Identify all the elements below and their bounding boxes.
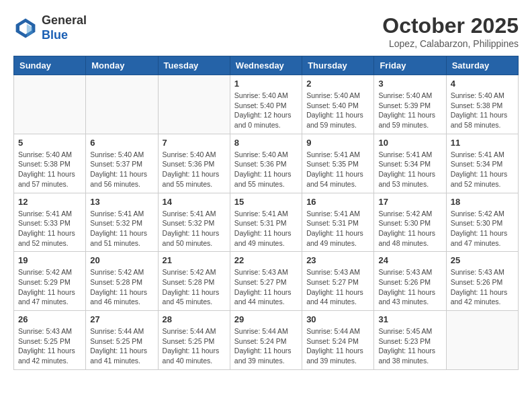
calendar-cell <box>14 75 86 134</box>
day-number: 5 <box>18 138 81 148</box>
day-info: Sunrise: 5:45 AM Sunset: 5:23 PM Dayligh… <box>378 326 441 366</box>
day-number: 14 <box>163 197 226 207</box>
calendar-cell: 5Sunrise: 5:40 AM Sunset: 5:38 PM Daylig… <box>14 134 86 193</box>
week-row-2: 5Sunrise: 5:40 AM Sunset: 5:38 PM Daylig… <box>14 134 519 193</box>
day-number: 11 <box>451 138 514 148</box>
day-info: Sunrise: 5:41 AM Sunset: 5:31 PM Dayligh… <box>234 209 298 248</box>
day-info: Sunrise: 5:41 AM Sunset: 5:34 PM Dayligh… <box>378 150 441 189</box>
weekday-header-friday: Friday <box>374 56 446 75</box>
day-info: Sunrise: 5:42 AM Sunset: 5:30 PM Dayligh… <box>378 209 441 248</box>
weekday-header-saturday: Saturday <box>446 56 518 75</box>
day-number: 18 <box>451 197 514 207</box>
calendar-cell: 4Sunrise: 5:40 AM Sunset: 5:38 PM Daylig… <box>446 75 518 134</box>
week-row-3: 12Sunrise: 5:41 AM Sunset: 5:33 PM Dayli… <box>14 193 519 252</box>
day-info: Sunrise: 5:40 AM Sunset: 5:37 PM Dayligh… <box>90 150 153 189</box>
day-number: 27 <box>90 314 153 324</box>
day-number: 30 <box>306 314 369 324</box>
calendar-cell: 3Sunrise: 5:40 AM Sunset: 5:39 PM Daylig… <box>374 75 446 134</box>
calendar-cell: 17Sunrise: 5:42 AM Sunset: 5:30 PM Dayli… <box>374 193 446 252</box>
day-number: 17 <box>378 197 441 207</box>
weekday-header-row: SundayMondayTuesdayWednesdayThursdayFrid… <box>14 56 519 75</box>
calendar-cell: 23Sunrise: 5:43 AM Sunset: 5:27 PM Dayli… <box>302 252 374 311</box>
day-info: Sunrise: 5:43 AM Sunset: 5:27 PM Dayligh… <box>306 267 369 307</box>
weekday-header-sunday: Sunday <box>14 56 86 75</box>
day-info: Sunrise: 5:41 AM Sunset: 5:35 PM Dayligh… <box>306 150 369 189</box>
calendar-cell: 31Sunrise: 5:45 AM Sunset: 5:23 PM Dayli… <box>374 311 446 370</box>
day-info: Sunrise: 5:44 AM Sunset: 5:24 PM Dayligh… <box>234 326 298 366</box>
day-number: 2 <box>306 79 369 89</box>
weekday-header-tuesday: Tuesday <box>158 56 230 75</box>
calendar-cell: 6Sunrise: 5:40 AM Sunset: 5:37 PM Daylig… <box>86 134 158 193</box>
day-number: 13 <box>90 197 153 207</box>
calendar-table: SundayMondayTuesdayWednesdayThursdayFrid… <box>13 56 519 370</box>
calendar-cell: 21Sunrise: 5:42 AM Sunset: 5:28 PM Dayli… <box>158 252 230 311</box>
day-info: Sunrise: 5:41 AM Sunset: 5:32 PM Dayligh… <box>90 209 153 248</box>
day-info: Sunrise: 5:40 AM Sunset: 5:40 PM Dayligh… <box>306 91 369 130</box>
calendar-cell: 28Sunrise: 5:44 AM Sunset: 5:25 PM Dayli… <box>158 311 230 370</box>
day-info: Sunrise: 5:44 AM Sunset: 5:25 PM Dayligh… <box>163 326 226 366</box>
logo: General Blue <box>13 13 87 42</box>
day-number: 4 <box>451 79 514 89</box>
day-number: 31 <box>378 314 441 324</box>
day-number: 8 <box>234 138 298 148</box>
calendar-cell: 27Sunrise: 5:44 AM Sunset: 5:25 PM Dayli… <box>86 311 158 370</box>
day-number: 1 <box>234 79 298 89</box>
logo-general: General <box>42 13 87 27</box>
day-info: Sunrise: 5:43 AM Sunset: 5:27 PM Dayligh… <box>234 267 298 307</box>
week-row-5: 26Sunrise: 5:43 AM Sunset: 5:25 PM Dayli… <box>14 311 519 370</box>
day-info: Sunrise: 5:43 AM Sunset: 5:26 PM Dayligh… <box>378 267 441 307</box>
day-info: Sunrise: 5:44 AM Sunset: 5:24 PM Dayligh… <box>306 326 369 366</box>
calendar-cell: 20Sunrise: 5:42 AM Sunset: 5:28 PM Dayli… <box>86 252 158 311</box>
weekday-header-wednesday: Wednesday <box>230 56 302 75</box>
day-number: 29 <box>234 314 298 324</box>
title-block: October 2025 Lopez, Calabarzon, Philippi… <box>382 13 519 49</box>
week-row-4: 19Sunrise: 5:42 AM Sunset: 5:29 PM Dayli… <box>14 252 519 311</box>
day-info: Sunrise: 5:42 AM Sunset: 5:28 PM Dayligh… <box>163 267 226 307</box>
calendar-cell: 14Sunrise: 5:41 AM Sunset: 5:32 PM Dayli… <box>158 193 230 252</box>
day-info: Sunrise: 5:42 AM Sunset: 5:28 PM Dayligh… <box>90 267 153 307</box>
day-number: 12 <box>18 197 81 207</box>
day-info: Sunrise: 5:41 AM Sunset: 5:31 PM Dayligh… <box>306 209 369 248</box>
day-info: Sunrise: 5:42 AM Sunset: 5:29 PM Dayligh… <box>18 267 81 307</box>
calendar-cell: 1Sunrise: 5:40 AM Sunset: 5:40 PM Daylig… <box>230 75 302 134</box>
day-info: Sunrise: 5:40 AM Sunset: 5:40 PM Dayligh… <box>234 91 298 130</box>
day-info: Sunrise: 5:43 AM Sunset: 5:25 PM Dayligh… <box>18 326 81 366</box>
calendar-cell <box>158 75 230 134</box>
day-number: 6 <box>90 138 153 148</box>
calendar-cell: 11Sunrise: 5:41 AM Sunset: 5:34 PM Dayli… <box>446 134 518 193</box>
day-info: Sunrise: 5:43 AM Sunset: 5:26 PM Dayligh… <box>451 267 514 307</box>
weekday-header-monday: Monday <box>86 56 158 75</box>
day-number: 25 <box>451 255 514 265</box>
calendar-cell: 26Sunrise: 5:43 AM Sunset: 5:25 PM Dayli… <box>14 311 86 370</box>
calendar-cell: 19Sunrise: 5:42 AM Sunset: 5:29 PM Dayli… <box>14 252 86 311</box>
calendar-cell: 24Sunrise: 5:43 AM Sunset: 5:26 PM Dayli… <box>374 252 446 311</box>
logo-blue: Blue <box>42 28 68 42</box>
day-number: 10 <box>378 138 441 148</box>
day-number: 26 <box>18 314 81 324</box>
day-number: 24 <box>378 255 441 265</box>
day-number: 7 <box>163 138 226 148</box>
calendar-cell: 18Sunrise: 5:42 AM Sunset: 5:30 PM Dayli… <box>446 193 518 252</box>
calendar-cell <box>446 311 518 370</box>
calendar-cell: 9Sunrise: 5:41 AM Sunset: 5:35 PM Daylig… <box>302 134 374 193</box>
day-info: Sunrise: 5:40 AM Sunset: 5:38 PM Dayligh… <box>18 150 81 189</box>
calendar-cell: 15Sunrise: 5:41 AM Sunset: 5:31 PM Dayli… <box>230 193 302 252</box>
day-info: Sunrise: 5:40 AM Sunset: 5:39 PM Dayligh… <box>378 91 441 130</box>
day-number: 9 <box>306 138 369 148</box>
day-number: 22 <box>234 255 298 265</box>
day-number: 19 <box>18 255 81 265</box>
calendar-cell: 13Sunrise: 5:41 AM Sunset: 5:32 PM Dayli… <box>86 193 158 252</box>
day-info: Sunrise: 5:41 AM Sunset: 5:33 PM Dayligh… <box>18 209 81 248</box>
calendar-cell: 10Sunrise: 5:41 AM Sunset: 5:34 PM Dayli… <box>374 134 446 193</box>
calendar-cell: 16Sunrise: 5:41 AM Sunset: 5:31 PM Dayli… <box>302 193 374 252</box>
calendar-cell: 30Sunrise: 5:44 AM Sunset: 5:24 PM Dayli… <box>302 311 374 370</box>
calendar-cell: 12Sunrise: 5:41 AM Sunset: 5:33 PM Dayli… <box>14 193 86 252</box>
day-number: 23 <box>306 255 369 265</box>
page-header: General Blue October 2025 Lopez, Calabar… <box>13 13 519 49</box>
calendar-cell <box>86 75 158 134</box>
calendar-cell: 7Sunrise: 5:40 AM Sunset: 5:36 PM Daylig… <box>158 134 230 193</box>
day-number: 21 <box>163 255 226 265</box>
day-info: Sunrise: 5:44 AM Sunset: 5:25 PM Dayligh… <box>90 326 153 366</box>
logo-icon <box>13 16 38 40</box>
day-info: Sunrise: 5:40 AM Sunset: 5:38 PM Dayligh… <box>451 91 514 130</box>
